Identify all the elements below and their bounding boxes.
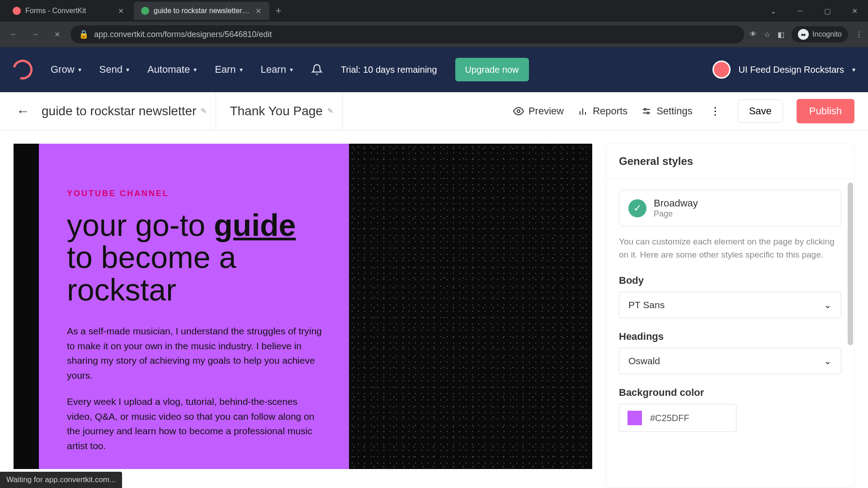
account-name: UI Feed Design Rockstars <box>739 64 844 75</box>
tab-title: guide to rockstar newsletter - Co <box>154 7 250 15</box>
pencil-icon[interactable]: ✎ <box>201 107 207 115</box>
trial-status: Trial: 10 days remaining <box>341 64 437 75</box>
headings-font-label: Headings <box>619 331 841 343</box>
body-paragraph[interactable]: Every week I upload a vlog, tutorial, be… <box>67 394 322 453</box>
headings-font-select[interactable]: Oswald ⌄ <box>619 348 841 374</box>
tab-dropdown-icon[interactable]: ⌄ <box>765 3 781 19</box>
canvas-image-panel[interactable] <box>349 144 592 469</box>
incognito-icon <box>798 29 809 40</box>
status-bar: Waiting for app.convertkit.com... <box>0 472 122 488</box>
window-close-icon[interactable]: ✕ <box>846 3 863 19</box>
tab-favicon-icon <box>141 7 149 15</box>
back-button[interactable]: ← <box>14 101 33 122</box>
pencil-icon[interactable]: ✎ <box>327 107 333 115</box>
menu-icon[interactable]: ⋮ <box>855 30 863 39</box>
chevron-down-icon: ▾ <box>852 66 855 74</box>
template-card[interactable]: ✓ Broadway Page <box>619 190 841 226</box>
sidebar-header: General styles <box>606 144 854 179</box>
template-name: Broadway <box>654 197 698 209</box>
bell-icon[interactable] <box>311 64 323 75</box>
browser-tab[interactable]: Forms - ConvertKit ✕ <box>5 2 132 20</box>
publish-button[interactable]: Publish <box>797 99 854 123</box>
back-icon[interactable]: ← <box>5 26 22 42</box>
body-font-label: Body <box>619 275 841 286</box>
close-icon[interactable]: ✕ <box>254 7 262 15</box>
nav-grow[interactable]: Grow▾ <box>51 64 81 75</box>
eyebrow-text[interactable]: YOUTUBE CHANNEL <box>67 189 322 198</box>
body-paragraph[interactable]: As a self-made musician, I understand th… <box>67 324 322 383</box>
avatar-icon <box>712 61 731 79</box>
scrollbar[interactable] <box>848 183 853 345</box>
upgrade-button[interactable]: Upgrade now <box>455 58 529 81</box>
hero-title[interactable]: your go-to guide to become a rockstar <box>67 209 322 306</box>
tab-favicon-icon <box>13 7 21 15</box>
chevron-down-icon: ⌄ <box>824 356 832 366</box>
design-canvas[interactable]: YOUTUBE CHANNEL your go-to guide to beco… <box>14 144 592 469</box>
tab-title: Forms - ConvertKit <box>25 7 112 15</box>
sliders-icon <box>641 106 652 117</box>
logo-icon[interactable] <box>9 56 36 83</box>
page-title[interactable]: guide to rockstar newsletter <box>42 104 196 118</box>
color-swatch-icon <box>627 411 642 425</box>
chevron-down-icon: ▾ <box>290 66 293 73</box>
browser-tab-active[interactable]: guide to rockstar newsletter - Co ✕ <box>134 2 269 20</box>
more-menu-icon[interactable]: ⋮ <box>706 105 724 117</box>
app-header: Grow▾ Send▾ Automate▾ Earn▾ Learn▾ Trial… <box>0 47 868 92</box>
divider <box>216 92 216 130</box>
styles-sidebar: General styles ✓ Broadway Page You can c… <box>606 144 854 488</box>
help-text: You can customize each element on the pa… <box>619 235 841 261</box>
maximize-icon[interactable]: ▢ <box>819 3 835 19</box>
save-button[interactable]: Save <box>738 99 783 123</box>
chevron-down-icon: ▾ <box>126 66 129 73</box>
tab-strip: Forms - ConvertKit ✕ guide to rockstar n… <box>0 0 868 22</box>
svg-point-2 <box>517 110 520 113</box>
star-icon[interactable]: ☆ <box>764 30 770 39</box>
close-icon[interactable]: ✕ <box>117 7 125 15</box>
minimize-icon[interactable]: ─ <box>792 3 808 19</box>
template-type: Page <box>654 209 698 219</box>
check-icon: ✓ <box>628 199 646 217</box>
color-value: #C25DFF <box>650 413 689 423</box>
chevron-down-icon: ▾ <box>240 66 243 73</box>
lock-icon: 🔒 <box>79 29 89 39</box>
chevron-down-icon: ▾ <box>78 66 81 73</box>
svg-point-1 <box>803 34 806 36</box>
url-text: app.convertkit.com/forms/designers/56468… <box>94 30 272 39</box>
eye-icon <box>513 106 524 117</box>
incognito-label: Incognito <box>812 30 842 38</box>
account-menu[interactable]: UI Feed Design Rockstars ▾ <box>712 61 855 79</box>
body-font-select[interactable]: PT Sans ⌄ <box>619 292 841 318</box>
divider <box>342 92 343 130</box>
bgcolor-input[interactable]: #C25DFF <box>619 404 736 432</box>
new-tab-button[interactable]: + <box>271 4 286 18</box>
svg-point-8 <box>644 108 646 110</box>
chart-icon <box>577 106 588 117</box>
editor-toolbar: ← guide to rockstar newsletter ✎ Thank Y… <box>0 92 868 130</box>
svg-point-0 <box>801 34 803 36</box>
eye-off-icon[interactable]: 👁 <box>750 30 757 38</box>
svg-point-9 <box>647 112 649 114</box>
nav-send[interactable]: Send▾ <box>99 64 129 75</box>
chevron-down-icon: ⌄ <box>824 300 832 310</box>
stop-reload-icon[interactable]: ✕ <box>49 26 65 42</box>
nav-automate[interactable]: Automate▾ <box>147 64 197 75</box>
content-area: YOUTUBE CHANNEL your go-to guide to beco… <box>0 130 868 488</box>
reports-button[interactable]: Reports <box>577 105 627 117</box>
url-field[interactable]: 🔒 app.convertkit.com/forms/designers/564… <box>71 25 744 43</box>
bgcolor-label: Background color <box>619 387 841 399</box>
nav-earn[interactable]: Earn▾ <box>215 64 242 75</box>
address-bar: ← → ✕ 🔒 app.convertkit.com/forms/designe… <box>0 22 868 47</box>
incognito-badge[interactable]: Incognito <box>792 26 848 42</box>
preview-button[interactable]: Preview <box>513 105 564 117</box>
canvas-left-panel[interactable]: YOUTUBE CHANNEL your go-to guide to beco… <box>14 144 349 469</box>
panel-icon[interactable]: ◧ <box>778 30 784 39</box>
settings-button[interactable]: Settings <box>641 105 693 117</box>
chevron-down-icon: ▾ <box>193 66 197 73</box>
nav-learn[interactable]: Learn▾ <box>261 64 293 75</box>
tab-thank-you[interactable]: Thank You Page <box>230 104 323 118</box>
forward-icon[interactable]: → <box>27 26 43 42</box>
